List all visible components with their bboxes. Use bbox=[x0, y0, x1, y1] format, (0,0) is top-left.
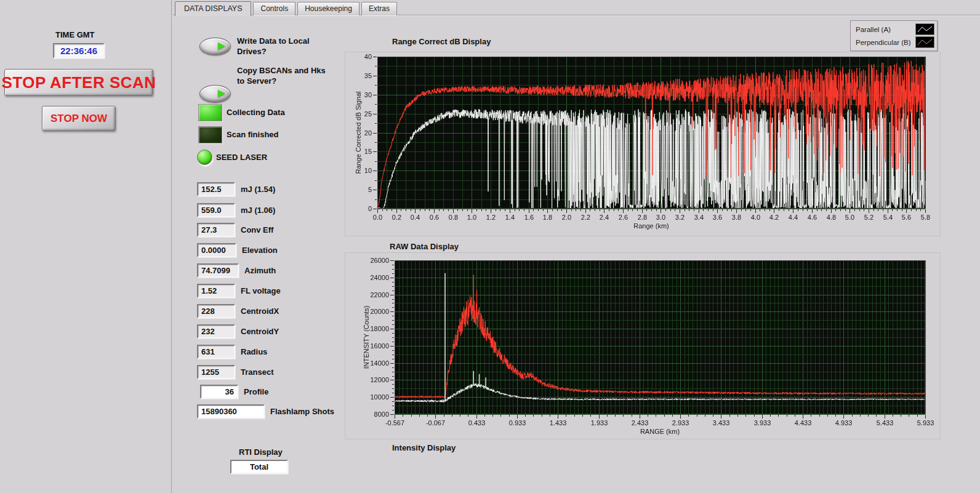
time-gmt-label: TIME GMT bbox=[55, 30, 95, 39]
azimuth-value[interactable]: 74.7099 bbox=[197, 263, 239, 278]
legend-row-parallel: Parallel (A) bbox=[856, 23, 934, 36]
intensity-display-title: Intensity Display bbox=[392, 443, 456, 452]
scan-finished-label: Scan finished bbox=[227, 130, 279, 139]
fl-voltage-value[interactable]: 1.52 bbox=[197, 284, 235, 298]
panel-divider bbox=[171, 0, 172, 493]
field-row-conv-eff: 27.3 Conv Eff bbox=[197, 223, 273, 237]
radius-label: Radius bbox=[241, 347, 267, 356]
centroidx-value[interactable]: 228 bbox=[197, 304, 235, 318]
fl-voltage-label: FL voltage bbox=[241, 286, 281, 295]
legend-perpendicular-swatch[interactable] bbox=[915, 36, 934, 48]
stop-after-scan-button[interactable]: STOP AFTER SCAN bbox=[4, 69, 153, 96]
profile-value[interactable]: 36 bbox=[200, 385, 238, 399]
copy-bscans-toggle[interactable] bbox=[199, 85, 231, 103]
legend-parallel-swatch[interactable] bbox=[915, 23, 934, 35]
tab-strip-highlight bbox=[171, 15, 980, 16]
rti-display-select[interactable]: Total bbox=[230, 460, 288, 474]
field-row-centroidx: 228 CentroidX bbox=[197, 304, 279, 318]
conv-eff-label: Conv Eff bbox=[241, 225, 273, 234]
field-row-flashlamp: 15890360 Flashlamp Shots bbox=[197, 404, 334, 419]
time-display: 22:36:46 bbox=[53, 43, 105, 58]
app-window: { "tabs": { "items": [ {"label": "DATA D… bbox=[0, 0, 980, 493]
transect-label: Transect bbox=[241, 367, 273, 377]
tab-controls[interactable]: Controls bbox=[253, 2, 295, 15]
copy-bscans-label: Copy BSCANs and Hks to Server? bbox=[237, 65, 331, 86]
transect-value[interactable]: 1255 bbox=[197, 365, 235, 379]
scan-finished-led bbox=[198, 126, 222, 143]
raw-data-chart-canvas bbox=[345, 252, 941, 439]
legend-row-perpendicular: Perpendicular (B) bbox=[856, 36, 934, 49]
raw-data-title: RAW Data Display bbox=[390, 242, 459, 251]
stop-now-button[interactable]: STOP NOW bbox=[42, 106, 116, 131]
mj154-value[interactable]: 152.5 bbox=[197, 182, 235, 196]
tab-extras[interactable]: Extras bbox=[361, 2, 397, 15]
elevation-label: Elevation bbox=[242, 246, 278, 255]
tab-bar: DATA DISPLAYS Controls Housekeeping Extr… bbox=[175, 1, 399, 15]
field-row-mj154: 152.5 mJ (1.54) bbox=[197, 182, 275, 196]
legend-perpendicular-label: Perpendicular (B) bbox=[856, 39, 910, 46]
seed-laser-label: SEED LASER bbox=[216, 153, 267, 162]
field-row-mj106: 559.0 mJ (1.06) bbox=[197, 203, 275, 217]
elevation-value[interactable]: 0.0000 bbox=[197, 243, 236, 257]
azimuth-label: Azimuth bbox=[244, 266, 276, 275]
legend-parallel-label: Parallel (A) bbox=[856, 26, 891, 33]
centroidy-label: CentroidY bbox=[241, 327, 279, 336]
field-row-elevation: 0.0000 Elevation bbox=[197, 243, 278, 257]
conv-eff-value[interactable]: 27.3 bbox=[197, 223, 235, 237]
field-row-profile: 36 Profile bbox=[200, 385, 268, 399]
perpendicular-line-icon bbox=[918, 39, 932, 45]
flashlamp-shots-value[interactable]: 15890360 bbox=[197, 404, 265, 419]
centroidx-label: CentroidX bbox=[241, 307, 279, 316]
write-data-label: Write Data to Local Drives? bbox=[237, 36, 331, 57]
field-row-transect: 1255 Transect bbox=[197, 365, 273, 379]
plot-legend: Parallel (A) Perpendicular (B) bbox=[850, 20, 938, 51]
field-row-fl-voltage: 1.52 FL voltage bbox=[197, 284, 281, 298]
flashlamp-shots-label: Flashlamp Shots bbox=[270, 407, 334, 416]
field-row-azimuth: 74.7099 Azimuth bbox=[197, 263, 276, 278]
seed-laser-led bbox=[197, 150, 212, 165]
range-correct-title: Range Correct dB Display bbox=[392, 37, 491, 46]
centroidy-value[interactable]: 232 bbox=[197, 324, 235, 339]
collecting-data-label: Collecting Data bbox=[227, 108, 285, 117]
tab-housekeeping[interactable]: Housekeeping bbox=[297, 2, 359, 15]
tab-data-displays[interactable]: DATA DISPLAYS bbox=[175, 1, 251, 16]
radius-value[interactable]: 631 bbox=[197, 345, 235, 359]
mj106-label: mJ (1.06) bbox=[241, 206, 275, 215]
collecting-data-led bbox=[198, 104, 222, 121]
profile-label: Profile bbox=[244, 387, 268, 396]
range-correct-chart-canvas bbox=[345, 52, 941, 236]
field-row-radius: 631 Radius bbox=[197, 345, 267, 359]
write-data-toggle[interactable] bbox=[199, 38, 231, 55]
mj154-label: mJ (1.54) bbox=[241, 185, 275, 194]
rti-display-label: RTI Display bbox=[239, 447, 283, 457]
field-row-centroidy: 232 CentroidY bbox=[197, 324, 279, 339]
parallel-line-icon bbox=[918, 26, 932, 32]
mj106-value[interactable]: 559.0 bbox=[197, 203, 235, 217]
